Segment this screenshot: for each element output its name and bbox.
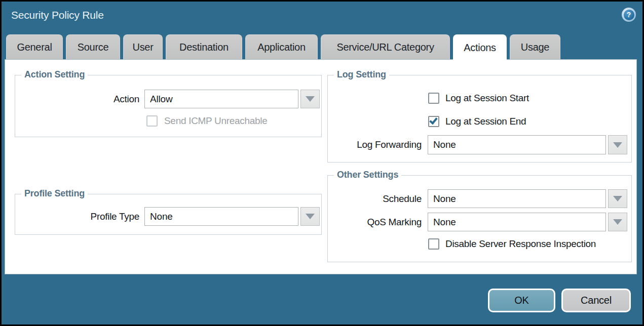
send-icmp-unreachable-label: Send ICMP Unreachable	[164, 115, 268, 127]
profile-setting-legend: Profile Setting	[21, 188, 88, 199]
tab-source[interactable]: Source	[66, 34, 120, 59]
action-dropdown[interactable]: Allow	[144, 90, 298, 108]
qos-marking-dropdown-value: None	[433, 217, 456, 228]
qos-marking-dropdown-arrow[interactable]	[608, 213, 627, 231]
qos-marking-label: QoS Marking	[333, 213, 422, 231]
chevron-down-icon	[306, 96, 315, 102]
tab-service-url-category[interactable]: Service/URL Category	[321, 34, 450, 59]
tab-destination[interactable]: Destination	[166, 34, 242, 59]
log-forwarding-label: Log Forwarding	[333, 135, 422, 154]
profile-type-dropdown[interactable]: None	[144, 207, 298, 226]
cancel-button[interactable]: Cancel	[561, 289, 631, 312]
security-policy-rule-dialog: Security Policy Rule ? General Source Us…	[0, 0, 644, 326]
tab-content-panel: Action Setting Action Allow Send ICMP Un…	[5, 59, 637, 274]
log-forwarding-dropdown-arrow[interactable]	[608, 135, 627, 154]
schedule-dropdown-arrow[interactable]	[608, 189, 627, 208]
help-button[interactable]: ?	[622, 8, 636, 22]
schedule-dropdown[interactable]: None	[428, 189, 606, 208]
tab-usage[interactable]: Usage	[510, 34, 560, 59]
action-dropdown-arrow[interactable]	[300, 90, 320, 108]
qos-marking-dropdown[interactable]: None	[428, 213, 606, 231]
chevron-down-icon	[306, 214, 315, 219]
send-icmp-unreachable-checkbox	[146, 115, 158, 127]
ok-button[interactable]: OK	[488, 289, 555, 312]
chevron-down-icon	[613, 142, 622, 148]
schedule-label: Schedule	[333, 189, 422, 208]
log-setting-legend: Log Setting	[334, 69, 389, 80]
tab-application[interactable]: Application	[245, 34, 318, 59]
tab-general[interactable]: General	[6, 34, 63, 59]
tab-bar: General Source User Destination Applicat…	[6, 34, 560, 59]
log-setting-group: Log Setting Log at Session Start Log at …	[327, 75, 632, 162]
tab-actions[interactable]: Actions	[453, 34, 507, 61]
tab-user[interactable]: User	[123, 34, 163, 59]
disable-server-response-inspection-label: Disable Server Response Inspection	[445, 238, 596, 250]
checkmark-icon	[429, 116, 438, 125]
other-settings-group: Other Settings Schedule None QoS Marking…	[327, 175, 632, 262]
chevron-down-icon	[613, 219, 622, 225]
schedule-dropdown-value: None	[433, 193, 456, 205]
disable-server-response-inspection-checkbox[interactable]	[428, 238, 439, 250]
help-icon: ?	[624, 10, 634, 20]
other-settings-legend: Other Settings	[334, 170, 401, 180]
profile-type-label: Profile Type	[15, 207, 139, 226]
action-label: Action	[15, 90, 139, 108]
profile-type-dropdown-arrow[interactable]	[300, 207, 320, 226]
action-setting-legend: Action Setting	[21, 69, 88, 80]
log-at-session-start-checkbox[interactable]	[428, 93, 439, 104]
log-at-session-end-checkbox[interactable]	[428, 116, 439, 127]
profile-type-dropdown-value: None	[150, 211, 173, 222]
dialog-background: Security Policy Rule ? General Source Us…	[2, 2, 642, 324]
action-dropdown-value: Allow	[150, 94, 172, 105]
log-at-session-start-label: Log at Session Start	[445, 93, 529, 104]
page-title: Security Policy Rule	[11, 9, 104, 21]
log-at-session-end-label: Log at Session End	[445, 116, 526, 127]
action-setting-group: Action Setting Action Allow Send ICMP Un…	[15, 75, 322, 137]
log-forwarding-dropdown[interactable]: None	[428, 135, 606, 154]
profile-setting-group: Profile Setting Profile Type None	[15, 194, 322, 235]
log-forwarding-dropdown-value: None	[433, 139, 456, 150]
chevron-down-icon	[613, 196, 622, 201]
